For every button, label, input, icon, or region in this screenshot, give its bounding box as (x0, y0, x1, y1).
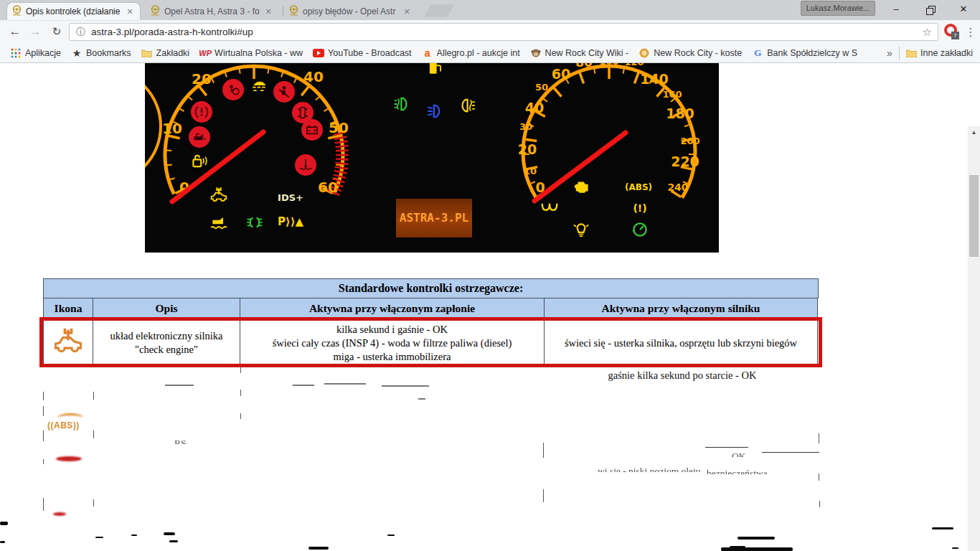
browser-tab[interactable]: OPELOpel Astra H, Astra 3 - fo✕ (146, 3, 278, 20)
bookmark-label: Zakładki (156, 48, 190, 58)
table-border-fragment (240, 367, 241, 373)
opel-favicon-icon: OPEL (150, 5, 161, 18)
scrollbar[interactable]: ▲ ▼ (968, 126, 980, 551)
tab-separator (283, 6, 283, 17)
svg-text:10: 10 (524, 166, 537, 176)
low-beam-icon (426, 102, 445, 121)
profile-name-chip[interactable]: Lukasz.Morawie... (801, 1, 875, 16)
smudge-fragment (721, 547, 793, 551)
table-border-fragment (543, 443, 544, 458)
bookmark-label: Bank Spółdzielczy w S (767, 48, 857, 58)
tab-strip: OPELOpis kontrolek (działanie✕OPELOpel A… (0, 0, 980, 20)
tab-close-icon[interactable]: ✕ (401, 7, 413, 17)
allegro-icon: a (422, 47, 433, 59)
tab-close-icon[interactable]: ✕ (124, 7, 136, 17)
forward-button[interactable]: → (26, 22, 44, 41)
table-border-fragment (93, 430, 94, 438)
svg-text:200: 200 (680, 136, 699, 146)
scrollbar-thumb[interactable] (969, 175, 979, 257)
tab-close-icon[interactable]: ✕ (263, 7, 274, 17)
bookmark-item[interactable]: aAllegro.pl - aukcje int (422, 47, 520, 59)
immobilizer-icon (189, 151, 208, 170)
coolant-temp-icon (295, 154, 316, 176)
youtube-icon (313, 47, 324, 59)
table-border-fragment (93, 392, 94, 400)
smudge-fragment (308, 547, 329, 550)
tire-pressure-icon: (!) (633, 202, 646, 214)
table-border-fragment (43, 498, 44, 511)
smudge-fragment (382, 385, 429, 387)
table-header-2: Aktywna przy włączonym zapłonie (240, 298, 545, 319)
check-engine-car-icon (52, 326, 85, 360)
fuel-pump-icon (426, 63, 445, 77)
apps-icon (10, 47, 22, 59)
svg-text:50: 50 (535, 82, 548, 93)
bookmark-label: New Rock City Wiki - (545, 48, 629, 58)
table-border-fragment (819, 501, 820, 507)
table-border-fragment (819, 433, 819, 443)
back-button[interactable]: ← (6, 22, 24, 41)
svg-text:180: 180 (666, 105, 694, 121)
cell-opis: układ elektroniczny silnika"check engine… (93, 319, 240, 367)
tab-title: opisy błędów - Opel Astr (303, 6, 401, 17)
bookmark-item[interactable]: GBank Spółdzielczy w S (752, 47, 857, 59)
other-bookmarks-button[interactable]: Inne zakładki (905, 44, 973, 62)
svg-text:OPEL: OPEL (13, 13, 21, 17)
table-border-fragment (240, 413, 241, 419)
bookmark-item[interactable]: New Rock City - koste (639, 47, 742, 59)
bookmarks-overflow-chevron[interactable]: » (882, 44, 897, 62)
svg-text:20: 20 (192, 70, 212, 88)
svg-text:40: 40 (303, 68, 324, 85)
icon-fragment (53, 512, 66, 516)
bookmark-label: Wirtualna Polska - ww (215, 48, 303, 58)
front-fog-icon (393, 95, 412, 113)
reload-button[interactable]: ↻ (47, 22, 66, 41)
cell-silnik: świeci się - usterka silnika, osprzętu l… (544, 319, 818, 367)
bookmark-item[interactable]: ★Bookmarks (71, 47, 131, 59)
bookmark-item[interactable]: Aplikacje (10, 47, 61, 59)
svg-text:160: 160 (662, 89, 682, 100)
badge-icon (639, 47, 650, 59)
smudge-fragment (131, 534, 137, 536)
table-border-fragment (762, 452, 819, 453)
bookmark-item[interactable]: WPWirtualna Polska - ww (199, 47, 303, 59)
cell-line: miga - usterka immobilizera (334, 350, 451, 364)
minimize-button[interactable]: – (884, 0, 908, 19)
table-header-1: Opis (93, 298, 240, 319)
glow-plug-icon (540, 197, 559, 216)
address-bar[interactable]: ⓘ astra-3.pl/porada-astra-h-kontrolki#up… (69, 23, 938, 41)
bookmark-star-icon[interactable]: ☆ (923, 26, 932, 39)
scroll-up-button[interactable]: ▲ (968, 126, 980, 138)
svg-text:120: 120 (624, 63, 644, 67)
monkey-icon (530, 47, 542, 59)
extension-badge: 7 (951, 32, 959, 39)
cell-icon (43, 319, 93, 367)
smudge-fragment (324, 383, 366, 385)
page-info-icon[interactable]: ⓘ (76, 26, 85, 39)
cell-line: "check engine" (135, 343, 198, 357)
smudge-fragment (738, 537, 775, 540)
bookmark-label: YouTube - Broadcast (328, 48, 412, 58)
bookmark-item[interactable]: YouTube - Broadcast (313, 47, 412, 59)
bookmark-label: Allegro.pl - aukcje int (437, 48, 520, 58)
smudge-fragment (952, 547, 958, 549)
restore-button[interactable] (918, 0, 943, 19)
table-border-fragment (240, 390, 241, 396)
menu-button[interactable]: ⋮ (965, 23, 976, 42)
tab-title: Opel Astra H, Astra 3 - fo (164, 6, 263, 17)
bookmark-item[interactable]: Zakładki (141, 47, 190, 59)
cell-line: świeci się - usterka silnika, osprzętu l… (565, 336, 797, 350)
browser-tab[interactable]: OPELopisy błędów - Opel Astr✕ (284, 3, 417, 20)
svg-text:OPEL: OPEL (290, 13, 298, 17)
bookmark-label: Aplikacje (25, 48, 61, 58)
oil-level-icon (209, 212, 228, 231)
browser-tab[interactable]: OPELOpis kontrolek (działanie✕ (7, 3, 140, 20)
new-tab-button[interactable] (424, 4, 454, 17)
icon-fragment (57, 413, 83, 423)
close-button[interactable]: ✕ (951, 0, 976, 19)
bookmark-item[interactable]: New Rock City Wiki - (530, 47, 629, 59)
url-text[interactable]: astra-3.pl/porada-astra-h-kontrolki#up (91, 27, 923, 37)
smudge-fragment (165, 385, 194, 386)
table-header-row: IkonaOpisAktywna przy włączonym zapłonie… (43, 298, 819, 319)
browser-toolbar: ← → ↻ ⓘ astra-3.pl/porada-astra-h-kontro… (0, 20, 980, 44)
